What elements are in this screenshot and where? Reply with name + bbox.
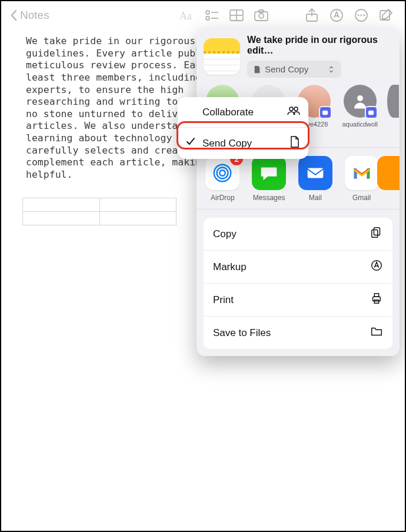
markup-tool-icon[interactable] bbox=[326, 8, 347, 23]
action-copy[interactable]: Copy bbox=[204, 218, 392, 251]
svg-point-18 bbox=[289, 107, 293, 111]
app-mail[interactable]: Mail bbox=[297, 156, 335, 202]
svg-point-14 bbox=[358, 15, 360, 16]
mode-option-send-copy[interactable]: Send Copy bbox=[178, 128, 308, 159]
copy-icon bbox=[370, 226, 383, 242]
action-save-files[interactable]: Save to Files bbox=[204, 317, 392, 349]
svg-rect-32 bbox=[374, 300, 378, 304]
svg-point-1 bbox=[206, 11, 209, 14]
camera-icon[interactable] bbox=[251, 8, 272, 23]
notes-app-icon bbox=[204, 38, 240, 75]
document-icon bbox=[289, 136, 300, 151]
app-gmail[interactable]: Gmail bbox=[342, 156, 381, 202]
print-icon bbox=[370, 292, 383, 308]
markup-icon bbox=[370, 259, 383, 275]
svg-point-3 bbox=[206, 16, 209, 20]
svg-point-16 bbox=[364, 15, 365, 16]
svg-point-9 bbox=[259, 14, 264, 18]
action-label: Copy bbox=[213, 228, 237, 240]
more-icon[interactable] bbox=[351, 8, 372, 23]
people-icon bbox=[287, 105, 300, 119]
discord-badge-icon bbox=[365, 106, 378, 119]
folder-icon bbox=[370, 325, 383, 341]
svg-point-22 bbox=[217, 168, 228, 179]
action-print[interactable]: Print bbox=[204, 284, 392, 317]
app-label: Messages bbox=[253, 194, 285, 202]
svg-rect-27 bbox=[374, 228, 380, 235]
collaborate-label: Collaborate bbox=[202, 107, 254, 118]
svg-point-21 bbox=[220, 170, 226, 176]
share-mode-popover: Collaborate Send Copy bbox=[178, 97, 308, 159]
send-copy-label: Send Copy bbox=[202, 138, 252, 149]
svg-rect-24 bbox=[308, 168, 324, 178]
checklist-icon[interactable] bbox=[201, 8, 222, 23]
app-messages[interactable]: Messages bbox=[250, 156, 288, 202]
svg-point-15 bbox=[361, 15, 362, 16]
svg-point-19 bbox=[294, 107, 298, 111]
updown-icon bbox=[327, 65, 335, 74]
contact-aquaticdwoll[interactable]: aquaticdwoll bbox=[341, 85, 379, 142]
svg-text:Aa: Aa bbox=[179, 10, 192, 22]
action-label: Print bbox=[213, 294, 234, 306]
mail-icon bbox=[304, 162, 327, 184]
share-title: We take pride in our rigorous edit… bbox=[247, 35, 392, 56]
airdrop-icon bbox=[211, 162, 234, 184]
share-header: We take pride in our rigorous edit… Send… bbox=[197, 28, 400, 81]
doc-icon bbox=[253, 65, 261, 74]
checkmark-icon bbox=[186, 137, 197, 149]
toolbar: Notes Aa bbox=[1, 1, 405, 29]
action-markup[interactable]: Markup bbox=[204, 251, 392, 284]
action-label: Markup bbox=[213, 261, 247, 273]
action-label: Save to Files bbox=[213, 327, 271, 339]
contact-label: aquaticdwoll bbox=[342, 121, 378, 128]
text-style-icon[interactable]: Aa bbox=[177, 8, 198, 23]
action-list: Copy Markup Print Save to Files bbox=[204, 218, 392, 349]
svg-rect-10 bbox=[259, 10, 264, 12]
table-icon[interactable] bbox=[226, 8, 247, 23]
gmail-icon bbox=[351, 162, 373, 184]
share-sheet: We take pride in our rigorous edit… Send… bbox=[197, 28, 400, 356]
svg-rect-31 bbox=[374, 294, 378, 297]
back-button[interactable]: Notes bbox=[9, 9, 49, 22]
app-partial[interactable] bbox=[389, 156, 400, 202]
app-airdrop[interactable]: 2 AirDrop bbox=[204, 156, 242, 202]
share-mode-label: Send Copy bbox=[265, 64, 308, 74]
note-table[interactable] bbox=[22, 198, 177, 225]
discord-badge-icon bbox=[319, 106, 332, 119]
svg-point-20 bbox=[357, 95, 363, 101]
mode-option-collaborate[interactable]: Collaborate bbox=[178, 97, 308, 128]
share-icon[interactable] bbox=[301, 8, 322, 23]
share-mode-button[interactable]: Send Copy bbox=[247, 61, 341, 78]
svg-rect-28 bbox=[372, 230, 378, 237]
app-label: AirDrop bbox=[211, 194, 235, 202]
svg-rect-30 bbox=[373, 297, 381, 301]
app-label: Gmail bbox=[352, 194, 371, 202]
app-label: Mail bbox=[309, 194, 322, 202]
compose-icon[interactable] bbox=[375, 8, 397, 23]
back-label: Notes bbox=[20, 9, 49, 22]
messages-icon bbox=[258, 162, 280, 184]
contact-partial[interactable] bbox=[387, 85, 400, 142]
